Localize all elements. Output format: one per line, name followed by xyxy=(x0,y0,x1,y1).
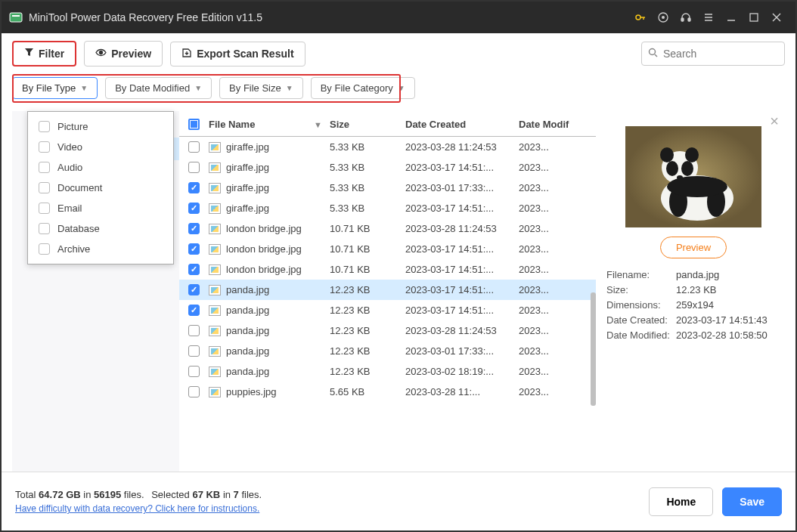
checkbox[interactable] xyxy=(39,162,50,173)
row-checkbox[interactable] xyxy=(188,264,200,275)
close-icon[interactable] xyxy=(765,6,788,29)
col-modified[interactable]: Date Modif xyxy=(519,119,587,130)
table-row[interactable]: giraffe.jpg5.33 KB2023-03-17 14:51:...20… xyxy=(179,198,596,218)
dropdown-label: Archive xyxy=(57,243,90,255)
file-name: london bridge.jpg xyxy=(226,264,302,275)
dropdown-item-email[interactable]: Email xyxy=(28,198,173,218)
svg-point-25 xyxy=(666,161,678,176)
filter-by-size[interactable]: By File Size▼ xyxy=(219,77,303,99)
row-checkbox[interactable] xyxy=(188,203,200,214)
file-name: london bridge.jpg xyxy=(226,223,302,234)
header-checkbox[interactable] xyxy=(188,119,200,130)
disc-icon[interactable] xyxy=(652,6,675,29)
image-file-icon xyxy=(209,203,221,214)
preview-open-button[interactable]: Preview xyxy=(660,237,727,258)
file-created: 2023-03-17 14:51:... xyxy=(405,284,519,295)
file-size: 5.65 KB xyxy=(330,386,405,397)
export-button[interactable]: Export Scan Result xyxy=(170,42,305,66)
menu-icon[interactable] xyxy=(697,6,720,29)
checkbox[interactable] xyxy=(39,141,50,153)
row-checkbox[interactable] xyxy=(188,345,200,357)
table-row[interactable]: giraffe.jpg5.33 KB2023-03-01 17:33:...20… xyxy=(179,178,596,198)
row-checkbox[interactable] xyxy=(188,366,200,377)
maximize-icon[interactable] xyxy=(743,6,765,29)
row-checkbox[interactable] xyxy=(188,305,200,316)
filter-by-type[interactable]: By File Type▼ xyxy=(12,77,98,99)
table-row[interactable]: panda.jpg12.23 KB2023-03-28 11:24:532023… xyxy=(179,320,596,341)
col-created[interactable]: Date Created xyxy=(405,119,519,130)
table-row[interactable]: london bridge.jpg10.71 KB2023-03-28 11:2… xyxy=(179,218,596,239)
image-file-icon xyxy=(209,367,221,377)
image-file-icon xyxy=(209,264,221,275)
row-checkbox[interactable] xyxy=(188,325,200,336)
table-row[interactable]: london bridge.jpg10.71 KB2023-03-17 14:5… xyxy=(179,259,596,280)
row-checkbox[interactable] xyxy=(188,162,200,173)
col-name[interactable]: File Name xyxy=(209,119,255,130)
image-file-icon xyxy=(209,326,221,336)
search-input[interactable] xyxy=(663,48,777,60)
image-file-icon xyxy=(209,183,221,193)
meta-created: 2023-03-17 14:51:43 xyxy=(676,314,780,326)
scrollbar-thumb[interactable] xyxy=(591,292,596,406)
row-checkbox[interactable] xyxy=(188,182,200,193)
svg-point-17 xyxy=(650,49,656,55)
funnel-icon xyxy=(24,48,34,60)
preview-button[interactable]: Preview xyxy=(84,41,163,66)
close-preview-icon[interactable]: × xyxy=(770,113,779,130)
dropdown-label: Database xyxy=(57,223,100,234)
meta-size: 12.23 KB xyxy=(676,284,780,295)
checkbox[interactable] xyxy=(39,121,50,132)
key-icon[interactable] xyxy=(629,6,652,29)
file-size: 12.23 KB xyxy=(330,305,405,316)
table-header: File Name▼ Size Date Created Date Modif xyxy=(179,111,596,137)
row-checkbox[interactable] xyxy=(188,386,200,397)
table-row[interactable]: giraffe.jpg5.33 KB2023-03-28 11:24:53202… xyxy=(179,137,596,157)
table-row[interactable]: puppies.jpg5.65 KB2023-03-28 11:...2023.… xyxy=(179,382,596,402)
file-created: 2023-03-17 14:51:... xyxy=(405,305,519,316)
col-size[interactable]: Size xyxy=(330,119,405,130)
table-row[interactable]: panda.jpg12.23 KB2023-03-17 14:51:...202… xyxy=(179,280,596,300)
row-checkbox[interactable] xyxy=(188,284,200,295)
file-modified: 2023... xyxy=(519,141,564,153)
home-button[interactable]: Home xyxy=(649,487,713,516)
filter-by-category[interactable]: By File Category▼ xyxy=(311,77,415,99)
dropdown-item-video[interactable]: Video xyxy=(28,137,173,157)
svg-point-26 xyxy=(681,161,693,176)
app-title: MiniTool Power Data Recovery Free Editio… xyxy=(29,11,262,23)
dropdown-item-picture[interactable]: Picture xyxy=(28,116,173,137)
filter-label: Filter xyxy=(39,48,64,60)
table-row[interactable]: giraffe.jpg5.33 KB2023-03-17 14:51:...20… xyxy=(179,157,596,178)
svg-point-30 xyxy=(667,176,727,197)
svg-point-24 xyxy=(685,147,699,162)
headphones-icon[interactable] xyxy=(675,6,697,29)
content-area: 9) 03) PictureVideoAudioDocumentEmailDat… xyxy=(2,107,795,478)
table-row[interactable]: panda.jpg12.23 KB2023-03-02 18:19:...202… xyxy=(179,361,596,382)
image-file-icon xyxy=(209,162,221,173)
table-row[interactable]: panda.jpg12.23 KB2023-03-17 14:51:...202… xyxy=(179,300,596,320)
dropdown-item-archive[interactable]: Archive xyxy=(28,239,173,259)
checkbox[interactable] xyxy=(39,223,50,234)
file-created: 2023-03-17 14:51:... xyxy=(405,162,519,173)
row-checkbox[interactable] xyxy=(188,243,200,255)
checkbox[interactable] xyxy=(39,243,50,255)
dropdown-item-document[interactable]: Document xyxy=(28,178,173,198)
filter-button[interactable]: Filter xyxy=(12,41,76,66)
save-button[interactable]: Save xyxy=(722,487,782,516)
help-link[interactable]: Have difficulty with data recovery? Clic… xyxy=(15,503,262,514)
svg-line-18 xyxy=(655,54,657,57)
file-size: 12.23 KB xyxy=(330,366,405,377)
table-row[interactable]: panda.jpg12.23 KB2023-03-01 17:33:...202… xyxy=(179,341,596,361)
row-checkbox[interactable] xyxy=(188,141,200,153)
table-row[interactable]: london bridge.jpg10.71 KB2023-03-17 14:5… xyxy=(179,239,596,259)
dropdown-item-database[interactable]: Database xyxy=(28,218,173,239)
file-created: 2023-03-17 14:51:... xyxy=(405,243,519,255)
file-name: panda.jpg xyxy=(226,366,269,377)
row-checkbox[interactable] xyxy=(188,223,200,234)
filter-by-date[interactable]: By Date Modified▼ xyxy=(105,77,212,99)
minimize-icon[interactable] xyxy=(720,6,743,29)
file-size: 10.71 KB xyxy=(330,223,405,234)
preview-panel: × Preview xyxy=(596,111,785,478)
checkbox[interactable] xyxy=(39,203,50,214)
checkbox[interactable] xyxy=(39,182,50,193)
dropdown-item-audio[interactable]: Audio xyxy=(28,157,173,178)
